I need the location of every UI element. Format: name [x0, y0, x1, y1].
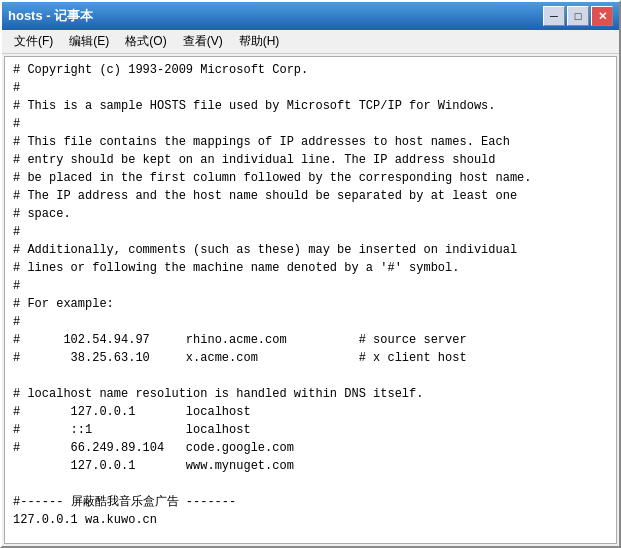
close-button[interactable]: ✕: [591, 6, 613, 26]
notepad-window: hosts - 记事本 ─ □ ✕ 文件(F) 编辑(E) 格式(O) 查看(V…: [0, 0, 621, 548]
text-editor-area[interactable]: # Copyright (c) 1993-2009 Microsoft Corp…: [4, 56, 617, 544]
menu-help[interactable]: 帮助(H): [231, 31, 288, 52]
window-title: hosts - 记事本: [8, 7, 93, 25]
menu-edit[interactable]: 编辑(E): [61, 31, 117, 52]
menu-view[interactable]: 查看(V): [175, 31, 231, 52]
minimize-button[interactable]: ─: [543, 6, 565, 26]
menu-bar: 文件(F) 编辑(E) 格式(O) 查看(V) 帮助(H): [2, 30, 619, 54]
menu-file[interactable]: 文件(F): [6, 31, 61, 52]
maximize-button[interactable]: □: [567, 6, 589, 26]
window-controls: ─ □ ✕: [543, 6, 613, 26]
title-bar: hosts - 记事本 ─ □ ✕: [2, 2, 619, 30]
menu-format[interactable]: 格式(O): [117, 31, 174, 52]
hosts-file-content[interactable]: # Copyright (c) 1993-2009 Microsoft Corp…: [5, 57, 616, 533]
